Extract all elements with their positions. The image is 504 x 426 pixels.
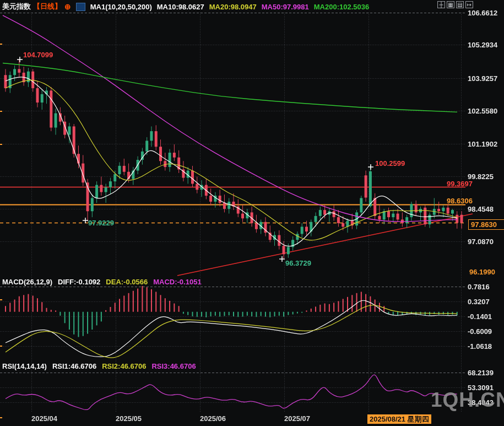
current-date-label: 2025/08/21 星期四	[367, 414, 431, 424]
price-axis-label: 103.9257	[468, 74, 497, 83]
crosshair-icon[interactable]: ┼	[437, 1, 445, 8]
annotation-label: 97.9229	[88, 219, 114, 227]
ma50-value: MA50:97.9981	[262, 3, 309, 11]
macd-legend: MACD(26,12,9) DIFF:-0.1092 DEA:-0.0566 M…	[2, 278, 202, 286]
macd-axis-label: -0.6009	[468, 327, 492, 336]
macd-axis-label: -1.0618	[468, 342, 492, 350]
time-axis-month-label: 2025/04	[31, 414, 57, 423]
drawing-tools-icon[interactable]: ▤	[456, 1, 464, 8]
collapse-right-icon[interactable]: ↦	[465, 1, 473, 8]
price-axis-label: 101.1902	[468, 140, 497, 148]
annotation-label: 100.2599	[375, 159, 405, 168]
annotation-label: 96.3729	[285, 259, 311, 267]
macd-title[interactable]: MACD(26,12,9)	[2, 278, 52, 286]
resistance-price-label: 99.3697	[447, 180, 473, 188]
annotation-label: 104.7099	[23, 51, 53, 59]
lower-bound-price-label: 96.1990	[469, 268, 495, 276]
support-price-label: 98.6306	[447, 197, 473, 205]
period-selector[interactable]: 【日线】	[33, 2, 62, 12]
time-axis[interactable]: 2025/042025/052025/062025/072025/08/21 星…	[0, 413, 504, 426]
indicator-pane-icon[interactable]: ▦	[447, 1, 454, 8]
rsi-legend: RSI(14,14,14) RSI1:46.6706 RSI2:46.6706 …	[2, 362, 196, 370]
price-axis-label: 97.0870	[468, 238, 494, 246]
price-axis-label: 102.5580	[468, 107, 497, 115]
chart-app: 美元指数 【日线】 ⊕ MA1(10,20,50,200) MA10:98.06…	[0, 0, 504, 426]
ma20-value: MA20:98.0947	[209, 3, 257, 11]
symbol-name[interactable]: 美元指数	[2, 2, 31, 12]
macd-diff-value: DIFF:-0.1092	[58, 278, 100, 286]
macd-axis-label: 0.7816	[468, 283, 490, 291]
ma-settings-label: MA1(10,20,50,200)	[90, 3, 152, 11]
macd-dea-value: DEA:-0.0566	[106, 278, 148, 286]
rsi3-value: RSI3:46.6706	[151, 362, 196, 370]
add-compare-icon[interactable]: ⊕	[64, 2, 71, 11]
time-axis-month-label: 2025/07	[284, 414, 310, 423]
rsi-title[interactable]: RSI(14,14,14)	[2, 362, 47, 370]
ma200-value: MA200:102.5036	[314, 3, 369, 11]
time-axis-month-label: 2025/06	[200, 414, 226, 423]
macd-axis-label: 0.3207	[468, 298, 490, 306]
rsi-axis-label: 68.2139	[468, 369, 494, 377]
macd-axis-label: -0.1401	[468, 312, 492, 321]
chart-legend: 美元指数 【日线】 ⊕ MA1(10,20,50,200) MA10:98.06…	[2, 2, 369, 12]
chart-toolbar: ┼▦▤↦	[437, 1, 473, 8]
time-axis-month-label: 2025/05	[116, 414, 142, 423]
ma10-value: MA10:98.0627	[157, 3, 204, 11]
site-watermark: 1QH.CN	[431, 389, 504, 412]
last-price-label: 97.8630	[468, 219, 504, 230]
price-axis-label: 105.2934	[468, 41, 497, 49]
price-axis-label: 98.4548	[468, 205, 494, 213]
line-chart-icon[interactable]	[76, 3, 85, 11]
rsi2-value: RSI2:46.6706	[102, 362, 146, 370]
macd-value: MACD:-0.1051	[153, 278, 201, 286]
price-axis-label: 106.6612	[468, 9, 497, 17]
rsi1-value: RSI1:46.6706	[52, 362, 96, 370]
